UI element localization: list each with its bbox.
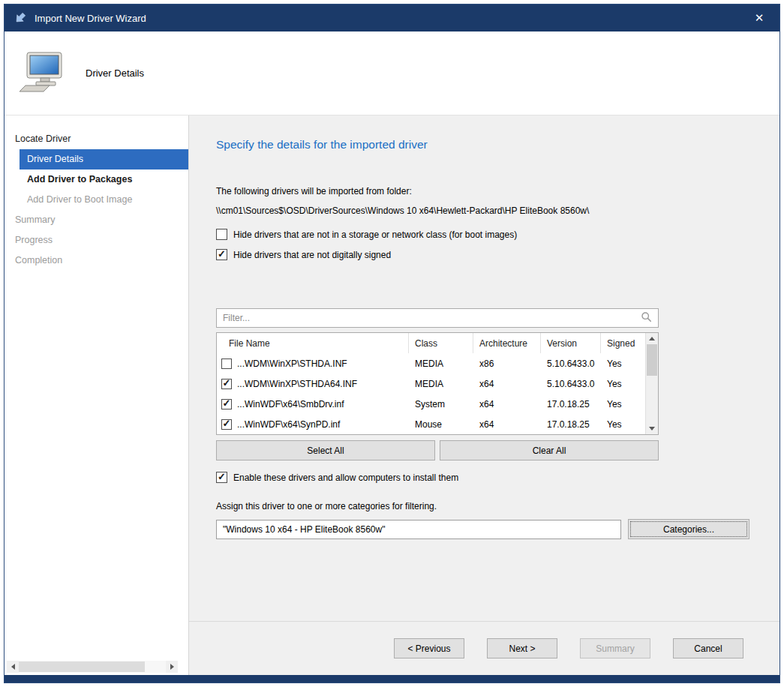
- row-architecture: x64: [473, 379, 541, 389]
- table-vertical-scrollbar[interactable]: [645, 333, 658, 434]
- table-row[interactable]: ...WDM\WinXP\STHDA.INF MEDIA x86 5.10.64…: [217, 353, 645, 374]
- column-header-signed[interactable]: Signed: [601, 333, 645, 353]
- import-folder-path: \\cm01\Sources$\OSD\DriverSources\Window…: [216, 206, 749, 216]
- sidebar-horizontal-scrollbar[interactable]: [7, 661, 178, 673]
- categories-label: Assign this driver to one or more catego…: [216, 501, 749, 512]
- computer-icon: [18, 51, 65, 96]
- titlebar: Import New Driver Wizard ✕: [5, 4, 779, 32]
- row-signed: Yes: [601, 358, 645, 369]
- scrollbar-thumb[interactable]: [19, 662, 145, 672]
- row-signed: Yes: [601, 379, 645, 389]
- wizard-footer: < Previous Next > Summary Cancel: [189, 621, 779, 675]
- scroll-up-icon[interactable]: [646, 333, 658, 344]
- row-class: Mouse: [409, 419, 473, 430]
- import-folder-label: The following drivers will be imported f…: [216, 186, 749, 196]
- row-file-name: ...WinWDF\x64\SynPD.inf: [237, 419, 340, 430]
- page-header-title: Driver Details: [86, 68, 144, 79]
- selection-buttons-row: Select All Clear All: [216, 440, 659, 460]
- row-checkbox[interactable]: [221, 358, 232, 369]
- hide-storage-checkbox-label: Hide drivers that are not in a storage o…: [233, 230, 517, 240]
- driver-table-header: File Name Class Architecture Version Sig…: [217, 333, 645, 353]
- row-checkbox[interactable]: [221, 419, 232, 430]
- hide-storage-checkbox-row: Hide drivers that are not in a storage o…: [216, 229, 749, 240]
- nav-item-add-driver-to-packages: Add Driver to Packages: [5, 170, 188, 190]
- window-bottom-edge: [5, 675, 779, 682]
- nav-item-add-driver-to-boot-image: Add Driver to Boot Image: [5, 190, 188, 210]
- hide-unsigned-checkbox-row: Hide drivers that are not digitally sign…: [216, 249, 749, 260]
- wizard-arrow-icon: [14, 11, 27, 25]
- hide-unsigned-checkbox[interactable]: [216, 249, 227, 260]
- hide-unsigned-checkbox-label: Hide drivers that are not digitally sign…: [233, 250, 391, 260]
- column-header-version[interactable]: Version: [541, 333, 601, 353]
- row-class: MEDIA: [409, 379, 473, 389]
- categories-row: "Windows 10 x64 - HP EliteBook 8560w" Ca…: [216, 519, 749, 539]
- scrollbar-track[interactable]: [646, 344, 658, 423]
- nav-item-locate-driver: Locate Driver: [5, 129, 188, 149]
- window-title: Import New Driver Wizard: [35, 13, 740, 24]
- row-version: 5.10.6433.0: [541, 379, 601, 389]
- previous-button[interactable]: < Previous: [394, 638, 464, 658]
- enable-drivers-checkbox-row: Enable these drivers and allow computers…: [216, 472, 749, 483]
- row-version: 17.0.18.25: [541, 419, 601, 430]
- column-header-architecture[interactable]: Architecture: [473, 333, 541, 353]
- row-architecture: x64: [473, 399, 541, 410]
- row-file-name: ...WDM\WinXP\STHDA64.INF: [237, 379, 357, 389]
- nav-item-progress: Progress: [5, 230, 188, 250]
- column-header-file-name[interactable]: File Name: [217, 333, 409, 353]
- wizard-header: Driver Details: [5, 32, 779, 116]
- scrollbar-track[interactable]: [19, 661, 166, 673]
- table-row[interactable]: ...WinWDF\x64\SmbDrv.inf System x64 17.0…: [217, 394, 645, 414]
- hide-storage-checkbox[interactable]: [216, 229, 227, 240]
- row-version: 17.0.18.25: [541, 399, 601, 410]
- filter-input[interactable]: [223, 313, 641, 323]
- nav-item-summary: Summary: [5, 210, 188, 230]
- row-checkbox[interactable]: [221, 399, 232, 410]
- row-class: System: [409, 399, 473, 410]
- enable-drivers-checkbox-label: Enable these drivers and allow computers…: [233, 472, 458, 483]
- categories-button[interactable]: Categories...: [628, 519, 749, 539]
- driver-table: File Name Class Architecture Version Sig…: [216, 332, 659, 435]
- wizard-content: Specify the details for the imported dri…: [189, 116, 779, 675]
- row-version: 5.10.6433.0: [541, 358, 601, 369]
- table-row[interactable]: ...WDM\WinXP\STHDA64.INF MEDIA x64 5.10.…: [217, 374, 645, 394]
- select-all-button[interactable]: Select All: [216, 440, 435, 460]
- row-file-name: ...WinWDF\x64\SmbDrv.inf: [237, 399, 344, 410]
- row-class: MEDIA: [409, 358, 473, 369]
- row-signed: Yes: [601, 399, 645, 410]
- page-title: Specify the details for the imported dri…: [216, 138, 749, 152]
- close-icon[interactable]: ✕: [748, 4, 770, 32]
- enable-drivers-checkbox[interactable]: [216, 472, 227, 483]
- row-checkbox[interactable]: [221, 379, 232, 389]
- scroll-left-icon[interactable]: [7, 661, 19, 673]
- categories-value-field: "Windows 10 x64 - HP EliteBook 8560w": [216, 520, 621, 539]
- clear-all-button[interactable]: Clear All: [440, 440, 659, 460]
- scroll-right-icon[interactable]: [166, 661, 178, 673]
- scroll-down-icon[interactable]: [646, 423, 658, 434]
- nav-item-completion: Completion: [5, 250, 188, 271]
- summary-button: Summary: [580, 638, 650, 658]
- scrollbar-thumb[interactable]: [647, 344, 657, 376]
- row-architecture: x86: [473, 358, 541, 369]
- filter-field[interactable]: [216, 308, 659, 328]
- row-signed: Yes: [601, 419, 645, 430]
- nav-item-driver-details: Driver Details: [20, 149, 188, 170]
- table-row[interactable]: ...WinWDF\x64\SynPD.inf Mouse x64 17.0.1…: [217, 414, 645, 434]
- wizard-nav: Locate Driver Driver Details Add Driver …: [5, 116, 189, 675]
- wizard-window: Import New Driver Wizard ✕ Driver Detail…: [4, 4, 780, 683]
- column-header-class[interactable]: Class: [409, 333, 473, 353]
- search-icon: [641, 311, 652, 326]
- row-architecture: x64: [473, 419, 541, 430]
- row-file-name: ...WDM\WinXP\STHDA.INF: [237, 358, 347, 369]
- cancel-button[interactable]: Cancel: [673, 638, 743, 658]
- next-button[interactable]: Next >: [487, 638, 557, 658]
